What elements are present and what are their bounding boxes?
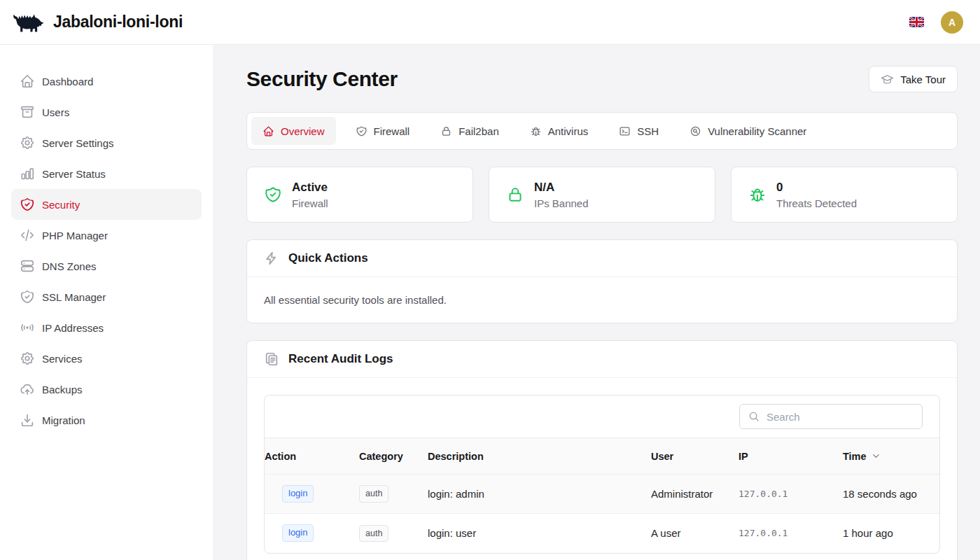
sidebar-item-label: Services xyxy=(42,353,83,365)
code-icon xyxy=(20,227,35,243)
sidebar-item-php-manager[interactable]: PHP Manager xyxy=(11,220,202,251)
shield-check-icon xyxy=(20,197,35,212)
search-icon xyxy=(748,410,760,423)
tab-label: SSH xyxy=(637,125,659,137)
tab-label: Antivirus xyxy=(548,125,589,137)
graduation-cap-icon xyxy=(881,73,894,86)
action-badge[interactable]: login xyxy=(282,524,314,542)
settings-icon xyxy=(20,351,35,366)
column-header-action[interactable]: Action xyxy=(265,438,359,475)
shield-check-icon xyxy=(20,289,35,304)
broadcast-icon xyxy=(20,320,35,335)
tab-label: Fail2ban xyxy=(458,125,499,137)
column-header-user[interactable]: User xyxy=(651,438,738,475)
take-tour-button[interactable]: Take Tour xyxy=(869,66,958,92)
sidebar-item-server-status[interactable]: Server Status xyxy=(11,158,202,189)
sidebar-item-ssl-manager[interactable]: SSL Manager xyxy=(11,281,202,312)
status-card: N/A IPs Banned xyxy=(489,167,715,223)
sidebar-item-label: Server Settings xyxy=(42,137,114,149)
lightning-icon xyxy=(264,251,279,266)
log-ip: 127.0.0.1 xyxy=(738,514,843,553)
sidebar: Dashboard Users Server Settings Server S… xyxy=(0,45,213,560)
download-icon xyxy=(20,412,35,428)
status-card: 0 Threats Detected xyxy=(731,167,958,223)
sidebar-item-users[interactable]: Users xyxy=(11,97,202,127)
column-header-category[interactable]: Category xyxy=(359,438,428,475)
tab-label: Overview xyxy=(281,125,325,137)
tab-firewall[interactable]: Firewall xyxy=(344,117,421,145)
sidebar-item-services[interactable]: Services xyxy=(11,343,202,374)
search-input[interactable] xyxy=(766,411,914,423)
uk-flag-icon[interactable] xyxy=(909,17,924,27)
app-title: Jabaloni-loni-loni xyxy=(53,13,183,31)
status-label: IPs Banned xyxy=(534,197,589,209)
log-description: login: user xyxy=(428,514,651,553)
audit-logs-panel: Recent Audit Logs xyxy=(246,340,958,560)
sidebar-item-label: Dashboard xyxy=(42,76,93,88)
status-value: Active xyxy=(292,181,328,195)
audit-logs-title: Recent Audit Logs xyxy=(288,352,393,366)
status-label: Threats Detected xyxy=(776,197,857,209)
bug-icon xyxy=(530,125,542,137)
page-title: Security Center xyxy=(246,67,398,91)
lock-icon xyxy=(440,125,452,137)
quick-actions-panel: Quick Actions All essential security too… xyxy=(246,239,958,323)
chevron-down-icon[interactable] xyxy=(871,451,881,461)
log-ip: 127.0.0.1 xyxy=(738,475,843,514)
tab-vulnerability-scanner[interactable]: Vulnerability Scanner xyxy=(678,117,818,145)
home-icon xyxy=(262,125,274,137)
status-card: Active Firewall xyxy=(246,167,473,223)
boar-logo-icon xyxy=(11,10,45,35)
tab-label: Firewall xyxy=(374,125,410,137)
sidebar-item-label: Backups xyxy=(42,384,83,396)
table-row: login auth login: user A user 127.0.0.1 … xyxy=(265,514,939,553)
sidebar-item-label: Users xyxy=(42,106,69,118)
clipboard-icon xyxy=(264,351,279,367)
avatar[interactable]: A xyxy=(941,11,963,34)
lock-icon xyxy=(506,186,524,204)
chart-bar-icon xyxy=(20,166,35,181)
status-value: N/A xyxy=(534,181,589,195)
sidebar-item-security[interactable]: Security xyxy=(11,189,202,220)
sidebar-item-label: Migration xyxy=(42,414,85,426)
shield-check-icon xyxy=(356,125,368,137)
category-badge: auth xyxy=(359,485,388,502)
action-badge[interactable]: login xyxy=(282,485,314,503)
sidebar-item-label: Server Status xyxy=(42,168,106,180)
main-content: Security Center Take Tour Overview Firew… xyxy=(213,45,980,560)
archive-icon xyxy=(20,104,35,120)
sidebar-item-ip-addresses[interactable]: IP Addresses xyxy=(11,312,202,343)
sidebar-item-server-settings[interactable]: Server Settings xyxy=(11,127,202,158)
quick-actions-title: Quick Actions xyxy=(288,251,368,265)
tab-fail2ban[interactable]: Fail2ban xyxy=(429,117,510,145)
category-badge: auth xyxy=(359,525,388,542)
tab-overview[interactable]: Overview xyxy=(251,117,336,145)
sidebar-item-label: IP Addresses xyxy=(42,322,104,334)
tab-label: Vulnerability Scanner xyxy=(708,125,806,137)
column-header-time[interactable]: Time xyxy=(843,438,939,475)
log-user: Administrator xyxy=(651,475,738,514)
status-value: 0 xyxy=(776,181,857,195)
home-icon xyxy=(20,74,35,89)
take-tour-label: Take Tour xyxy=(900,74,946,85)
shield-check-icon xyxy=(264,186,282,204)
column-header-ip[interactable]: IP xyxy=(738,438,843,475)
tab-antivirus[interactable]: Antivirus xyxy=(519,117,600,145)
sidebar-item-label: PHP Manager xyxy=(42,230,108,241)
sidebar-item-dns-zones[interactable]: DNS Zones xyxy=(11,251,202,281)
audit-logs-table: Action Category Description User IP xyxy=(264,395,940,554)
quick-actions-message: All essential security tools are install… xyxy=(264,294,940,306)
log-description: login: admin xyxy=(428,475,651,514)
sidebar-item-migration[interactable]: Migration xyxy=(11,405,202,435)
log-time: 18 seconds ago xyxy=(843,475,939,514)
cloud-upload-icon xyxy=(20,382,35,397)
search-circle-icon xyxy=(690,125,701,137)
security-tabbar: Overview Firewall Fail2ban Antivirus xyxy=(246,112,958,150)
terminal-icon xyxy=(619,125,631,137)
tab-ssh[interactable]: SSH xyxy=(608,117,670,145)
sidebar-item-backups[interactable]: Backups xyxy=(11,374,202,405)
sidebar-item-label: SSL Manager xyxy=(42,291,106,303)
sidebar-item-dashboard[interactable]: Dashboard xyxy=(11,66,202,97)
status-label: Firewall xyxy=(292,197,328,209)
column-header-description[interactable]: Description xyxy=(428,438,651,475)
